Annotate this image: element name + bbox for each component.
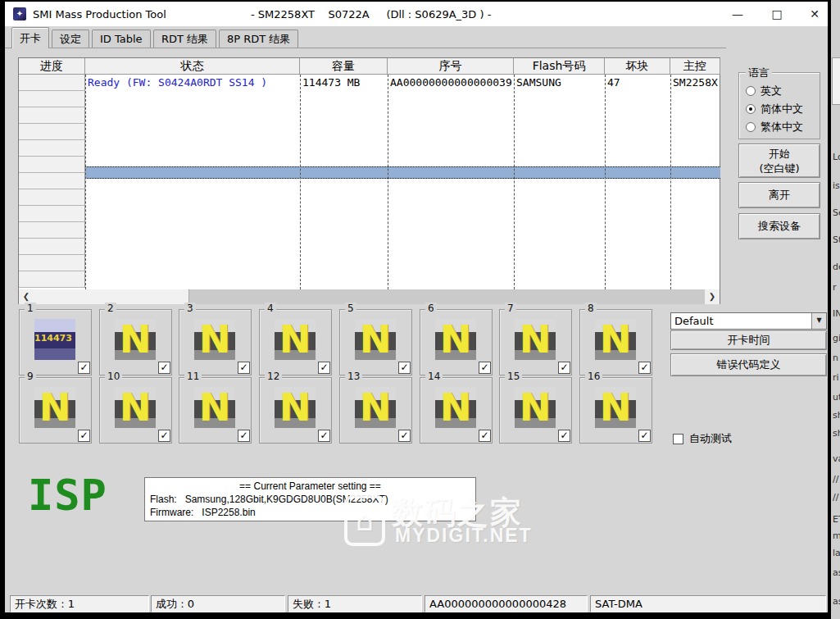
slot-2: 2N✓ [99,309,172,375]
slot-checkbox[interactable]: ✓ [318,362,330,374]
radio-icon[interactable] [746,86,756,96]
slot-checkbox[interactable]: ✓ [78,362,90,374]
slot-no-device-icon: N [275,319,316,360]
column-header-7[interactable]: 主控 [670,58,720,75]
slot-number: 2 [105,303,116,314]
column-separator [605,75,606,289]
slot-checkbox[interactable]: ✓ [158,430,170,442]
cell-bad-blocks[interactable]: 47 [605,75,670,91]
radio-icon[interactable] [746,104,756,114]
slot-no-device-icon: N [435,387,476,428]
background-window-panel [832,57,840,105]
slot-16: 16N✓ [579,377,652,444]
language-option-2[interactable]: 简体中文 [746,102,803,116]
slot-11: 11N✓ [179,377,252,444]
slot-checkbox[interactable]: ✓ [479,430,491,442]
slot-checkbox[interactable]: ✓ [78,430,90,442]
parameter-flash-line: Flash: Samsung,128Gbit,K9GDGD8U0B(SM2258… [150,493,470,506]
slot-15: 15N✓ [499,377,572,444]
tab-8P RDT 结果[interactable]: 8P RDT 结果 [219,30,298,48]
slot-no-device-icon: N [355,319,396,360]
slot-checkbox[interactable]: ✓ [638,430,651,442]
slot-number: 8 [585,303,597,314]
radio-label: 简体中文 [761,102,803,116]
close-button[interactable]: ✕ [797,2,833,26]
leave-button[interactable]: 离开 [738,182,820,208]
slot-number: 7 [505,303,516,314]
preset-dropdown-value: Default [674,315,714,327]
slot-n-letter: N [515,387,556,428]
slot-number: 1 [25,303,36,314]
slot-checkbox[interactable]: ✓ [558,362,570,374]
dropdown-arrow-icon[interactable]: ▼ [811,313,826,329]
slot-checkbox[interactable]: ✓ [479,362,491,374]
progress-cell [19,140,85,157]
slot-no-device-icon: N [34,387,75,428]
preset-dropdown[interactable]: Default ▼ [670,312,827,330]
slot-number: 13 [345,371,362,382]
slot-n-letter: N [595,387,636,428]
slot-n-letter: N [34,387,75,428]
progress-cell [19,75,85,91]
slot-checkbox[interactable]: ✓ [398,362,411,374]
cell-capacity[interactable]: 114473 MB [300,75,388,91]
progress-cell [19,107,85,124]
background-text-fragment: sh [833,410,840,421]
slot-number: 5 [345,303,356,314]
tab-设定[interactable]: 设定 [52,30,89,48]
maximize-button[interactable]: □ [759,2,795,26]
horizontal-scrollbar[interactable]: ❮ ❯ [19,289,720,304]
app-window: ✦ SMI Mass Production Tool - SM2258XT S0… [5,0,828,612]
auto-test-label: 自动测试 [689,431,732,446]
slot-n-letter: N [275,387,316,428]
progress-cell [19,239,85,255]
search-device-button[interactable]: 搜索设备 [738,213,820,239]
slot-no-device-icon: N [355,387,396,428]
cell-serial[interactable]: AA00000000000000039 [388,75,514,91]
slot-n-letter: N [355,387,396,428]
app-icon: ✦ [13,7,26,20]
column-header-1[interactable]: 进度 [19,58,85,75]
language-option-3[interactable]: 繁体中文 [746,121,803,134]
progress-cell [19,124,85,140]
cell-controller[interactable]: SM2258X [670,75,720,91]
minimize-button[interactable]: — [720,2,756,26]
slot-12: 12N✓ [259,377,332,444]
slot-checkbox[interactable]: ✓ [238,362,250,374]
start-button[interactable]: 开始 (空白键) [738,143,820,178]
slot-checkbox[interactable]: ✓ [158,362,170,374]
column-header-2[interactable]: 状态 [85,58,300,75]
error-code-definition-button[interactable]: 错误代码定义 [670,353,827,376]
column-header-5[interactable]: Flash号码 [514,58,605,75]
column-header-6[interactable]: 坏块 [605,58,670,75]
tab-ID Table[interactable]: ID Table [92,30,151,48]
cell-flash-id[interactable]: SAMSUNG [514,75,605,91]
scroll-right-arrow-icon[interactable]: ❯ [705,289,720,304]
column-header-4[interactable]: 序号 [388,58,514,75]
slot-checkbox[interactable]: ✓ [238,430,250,442]
selected-row[interactable] [85,166,720,179]
column-header-3[interactable]: 容量 [300,58,388,75]
cell-status[interactable]: Ready (FW: S0424A0RDT SS14 ) [85,75,300,91]
open-card-time-button[interactable]: 开卡时间 [670,330,827,350]
isp-label: ISP [28,471,107,520]
auto-test-checkbox[interactable] [673,434,683,444]
slot-checkbox[interactable]: ✓ [318,430,330,442]
slot-number: 15 [505,371,522,382]
window-subtitle: - SM2258XT S0722A (Dll : S0629A_3D ) - [251,8,491,20]
tab-baseline [5,48,726,48]
language-option-1[interactable]: 英文 [746,84,782,98]
tab-RDT 结果[interactable]: RDT 结果 [153,30,216,48]
slot-checkbox[interactable]: ✓ [398,430,411,442]
slot-checkbox[interactable]: ✓ [558,430,570,442]
tab-开卡[interactable]: 开卡 [11,27,49,48]
progress-cell [19,157,85,173]
watermark-en-text: MYDIGIT.NET [395,525,533,547]
radio-icon[interactable] [746,122,756,132]
slot-no-device-icon: N [194,319,235,360]
slot-checkbox[interactable]: ✓ [638,362,651,374]
background-text-fragment: as [833,567,840,578]
slot-number: 9 [25,371,36,382]
slot-3: 3N✓ [179,309,252,375]
status-cell-4: AA000000000000000428 [425,595,588,612]
